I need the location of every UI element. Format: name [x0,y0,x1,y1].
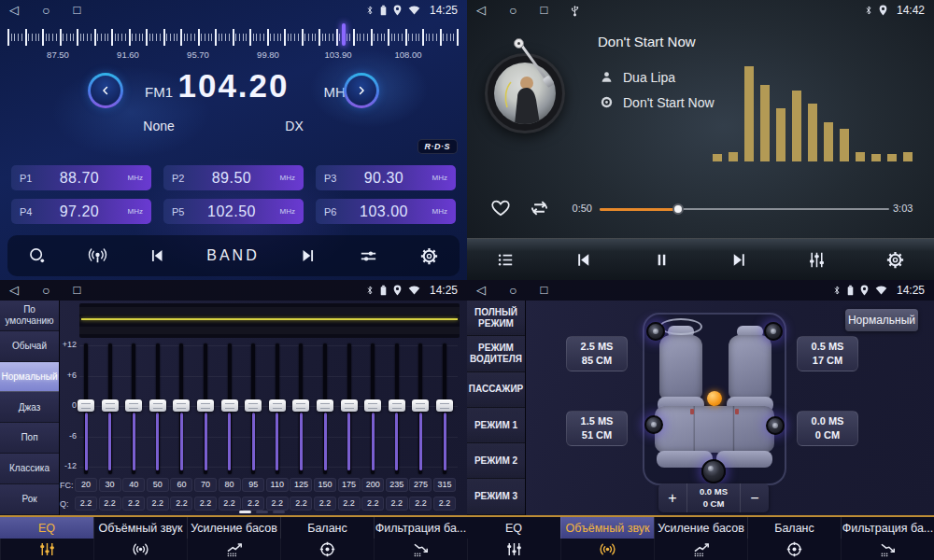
tune-down-button[interactable] [88,73,123,108]
listening-mode-item[interactable]: РЕЖИМ 3 [467,479,525,514]
listening-mode-item[interactable]: РЕЖИМ 2 [467,443,525,479]
settings-gear-icon[interactable] [884,249,906,271]
audio-tab-surround[interactable]: Объёмный звук [93,517,187,560]
audio-tab-surround[interactable]: Объёмный звук [560,517,654,560]
front-right-delay-chip[interactable]: 0.5 MS 17 CM [797,336,858,371]
fc-value-chip[interactable]: 235 [386,478,408,492]
band-button[interactable]: BAND [206,247,259,264]
slider-handle[interactable] [173,399,190,412]
eq-band-slider[interactable] [102,343,119,476]
delay-minus-button[interactable]: − [741,483,769,512]
fc-value-chip[interactable]: 40 [122,478,145,492]
radio-preset-p1[interactable]: P188.70MHz [11,165,151,190]
fc-value-chip[interactable]: 125 [290,478,312,492]
recents-button[interactable]: □ [540,0,547,21]
slider-handle[interactable] [125,399,142,412]
eq-band-slider[interactable] [389,343,405,476]
audio-tab-balance[interactable]: Баланс [747,517,841,560]
delay-plus-button[interactable]: + [658,483,686,512]
radio-preset-p4[interactable]: P497.20MHz [11,199,151,224]
eq-band-slider[interactable] [436,343,453,476]
slider-handle[interactable] [389,399,405,412]
q-value-chip[interactable]: 2.2 [147,497,169,511]
fc-value-chip[interactable]: 175 [338,478,361,492]
eq-band-slider[interactable] [317,343,333,476]
fc-value-chip[interactable]: 200 [361,478,384,492]
home-button[interactable]: ○ [509,280,517,301]
frequency-ruler[interactable] [7,26,460,49]
home-button[interactable]: ○ [42,0,50,21]
search-icon[interactable] [27,245,48,266]
q-value-chip[interactable]: 2.2 [75,497,97,511]
audio-tab-filter[interactable]: Фильтрация ба... [374,517,467,560]
front-left-delay-chip[interactable]: 2.5 MS 85 CM [566,336,628,371]
slider-handle[interactable] [102,399,119,412]
back-button[interactable]: ◁ [9,280,19,301]
favorite-heart-icon[interactable] [489,197,512,223]
audio-tab-bass[interactable]: Усиление басов [187,517,280,560]
rear-right-delay-chip[interactable]: 0.0 MS 0 CM [797,411,858,446]
slider-handle[interactable] [341,399,358,412]
audio-tab-eq[interactable]: EQ [467,517,560,560]
radio-preset-p2[interactable]: P289.50MHz [163,165,304,190]
q-value-chip[interactable]: 2.2 [409,497,432,511]
fc-value-chip[interactable]: 95 [242,478,264,492]
broadcast-icon[interactable] [87,245,108,267]
back-button[interactable]: ◁ [476,280,486,301]
q-value-chip[interactable]: 2.2 [266,497,289,511]
tune-up-button[interactable] [344,73,379,108]
equalizer-sliders-icon[interactable] [806,249,828,271]
back-button[interactable]: ◁ [476,0,486,21]
q-value-chip[interactable]: 2.2 [314,497,336,511]
radio-preset-p3[interactable]: P390.30MHz [316,165,456,190]
slider-handle[interactable] [245,399,262,412]
repeat-icon[interactable] [527,196,552,224]
listening-mode-item[interactable]: ПАССАЖИР [467,372,525,408]
recents-button[interactable]: □ [540,280,547,301]
fc-value-chip[interactable]: 315 [433,478,456,492]
audio-tab-eq[interactable]: EQ [0,517,93,560]
eq-band-slider[interactable] [364,343,381,476]
audio-tab-balance[interactable]: Баланс [280,517,374,560]
listening-mode-item[interactable]: ПОЛНЫЙ РЕЖИМ [467,301,525,336]
profile-button[interactable]: Нормальный [845,309,918,331]
seek-bar[interactable] [600,203,889,216]
fc-value-chip[interactable]: 50 [147,478,169,492]
fc-value-chip[interactable]: 80 [219,478,241,492]
slider-handle[interactable] [149,399,166,412]
eq-band-slider[interactable] [412,343,429,476]
back-button[interactable]: ◁ [9,0,19,21]
q-value-chip[interactable]: 2.2 [433,497,456,511]
slider-handle[interactable] [317,399,333,412]
rear-left-delay-chip[interactable]: 1.5 MS 51 CM [566,411,628,446]
listening-mode-item[interactable]: РЕЖИМ 1 [467,408,525,443]
q-value-chip[interactable]: 2.2 [290,497,312,511]
previous-track-icon[interactable] [573,249,594,271]
seek-handle[interactable] [672,203,684,215]
slider-handle[interactable] [292,399,309,412]
next-track-icon[interactable] [729,249,750,271]
eq-band-slider[interactable] [125,343,142,476]
fc-value-chip[interactable]: 150 [314,478,336,492]
fc-value-chip[interactable]: 110 [266,478,289,492]
slider-handle[interactable] [269,399,286,412]
listening-mode-item[interactable]: РЕЖИМ ВОДИТЕЛЯ [467,336,525,371]
home-button[interactable]: ○ [42,280,50,301]
q-value-chip[interactable]: 2.2 [194,497,217,511]
pause-icon[interactable] [651,249,672,271]
recents-button[interactable]: □ [73,280,80,301]
eq-band-slider[interactable] [78,343,94,476]
eq-band-slider[interactable] [197,343,214,476]
eq-band-slider[interactable] [221,343,238,476]
slider-handle[interactable] [78,399,94,412]
eq-band-slider[interactable] [341,343,358,476]
next-station-icon[interactable] [298,245,318,266]
slider-handle[interactable] [412,399,429,412]
slider-handle[interactable] [436,399,453,412]
eq-band-slider[interactable] [245,343,262,476]
listening-position-marker[interactable] [707,391,722,406]
q-value-chip[interactable]: 2.2 [219,497,241,511]
fc-value-chip[interactable]: 20 [75,478,97,492]
home-button[interactable]: ○ [509,0,517,21]
eq-preset-item[interactable]: По умолчанию [0,301,59,331]
